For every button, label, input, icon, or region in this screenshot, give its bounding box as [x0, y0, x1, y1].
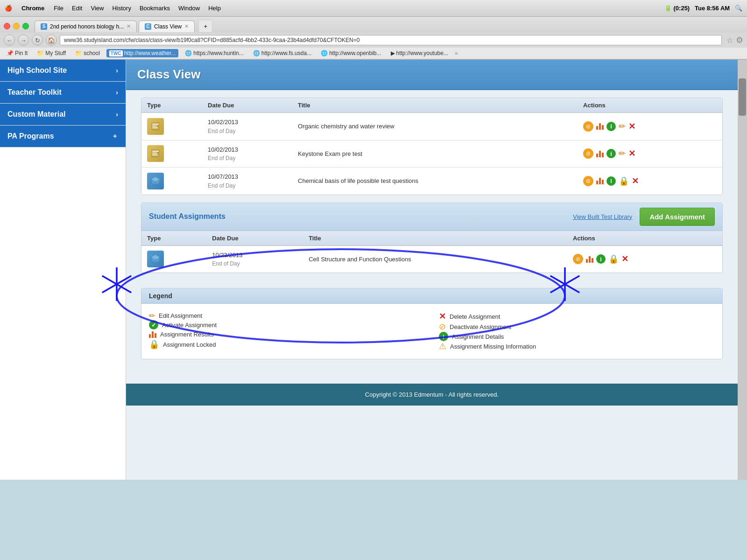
bookmarks-overflow[interactable]: »	[455, 50, 458, 56]
traffic-lights	[4, 23, 29, 29]
twc-logo: TWC	[109, 50, 123, 56]
deactivate-button[interactable]: ⊘	[583, 121, 593, 132]
app-name: Chrome	[21, 5, 44, 12]
bookmark-school[interactable]: 📁 school	[72, 49, 103, 57]
date-value: 10/07/2013	[208, 172, 287, 182]
wrench-icon[interactable]: ⚙	[736, 35, 743, 45]
results-button[interactable]	[596, 121, 604, 131]
edit-button[interactable]: ✏	[619, 121, 626, 132]
home-button[interactable]: 🏠	[46, 35, 57, 46]
student-assignments-table: Type Date Due Title Actions	[141, 231, 722, 273]
tab-close-2[interactable]: ✕	[184, 23, 189, 29]
close-window-button[interactable]	[4, 23, 10, 29]
bookmark-fs-usda[interactable]: 🌐 http://www.fs.usda...	[250, 49, 314, 57]
reload-button[interactable]: ↻	[32, 35, 43, 46]
sidebar-item-custom-material[interactable]: Custom Material ›	[0, 104, 126, 126]
tab-label-1: 2nd period honors biology h...	[50, 23, 124, 30]
results-button[interactable]	[586, 254, 593, 264]
delete-button[interactable]: ✕	[632, 176, 639, 186]
results-button[interactable]	[596, 149, 604, 159]
info-button[interactable]: i	[596, 254, 606, 264]
sidebar-item-label: PA Programs	[7, 132, 54, 140]
quiz-icon-svg	[150, 148, 161, 159]
maximize-window-button[interactable]	[22, 23, 29, 29]
scrollbar[interactable]	[738, 60, 747, 480]
lock-button[interactable]: 🔒	[608, 254, 619, 264]
tab-class-view[interactable]: C Class View ✕	[139, 21, 195, 32]
bookmark-hunting[interactable]: 🌐 https://www.huntin...	[182, 49, 246, 57]
deactivate-button[interactable]: ⊘	[573, 254, 583, 264]
legend-item-results: Assignment Results	[149, 329, 425, 339]
lock-button[interactable]: 🔒	[619, 176, 629, 186]
student-assignments-wrapper: Student Assignments View Built Test Libr…	[126, 203, 738, 288]
title-cell: Chemical basis of life possible test que…	[292, 168, 578, 195]
menu-file[interactable]: File	[54, 5, 63, 12]
add-assignment-button[interactable]: Add Assignment	[640, 208, 715, 226]
teacher-assignments-wrapper: Type Date Due Title Actions	[126, 90, 738, 195]
page-footer: Copyright © 2013 Edmentum - All rights r…	[126, 384, 738, 406]
bookmark-weather[interactable]: TWC http://www.weather...	[106, 49, 179, 57]
menu-history[interactable]: History	[112, 5, 131, 12]
x-legend-icon: ✕	[439, 311, 446, 322]
url-input[interactable]: www36.studyisland.com/cfw/class/class-vi…	[60, 35, 722, 45]
deactivate-button[interactable]: ⊘	[583, 176, 593, 186]
quiz-icon-svg	[150, 121, 161, 132]
col-type: Type	[141, 98, 202, 113]
bookmark-youtube[interactable]: ▶ http://www.youtube...	[388, 49, 451, 57]
forward-button[interactable]: →	[18, 35, 29, 46]
legend-section: Legend ✏ Edit Assignment ✓ Activate Assi…	[141, 288, 723, 359]
menu-help[interactable]: Help	[208, 5, 221, 12]
footer-text: Copyright © 2013 Edmentum - All rights r…	[365, 391, 499, 398]
scrollbar-thumb[interactable]	[739, 78, 746, 116]
checkmark-icon: ✓	[149, 320, 158, 329]
deactivate-button[interactable]: ⊘	[583, 148, 593, 159]
svg-rect-3	[152, 127, 158, 128]
action-group: ⊘ i ✏	[583, 148, 717, 159]
menu-view[interactable]: View	[91, 5, 104, 12]
pencil-icon: ✏	[149, 311, 155, 320]
legend-edit-label: Edit Assignment	[159, 312, 202, 319]
bookmark-pin-it[interactable]: 📌 Pin It	[4, 49, 30, 57]
menu-window[interactable]: Window	[178, 5, 200, 12]
sidebar-item-high-school-site[interactable]: High School Site ›	[0, 60, 126, 82]
svg-rect-1	[152, 124, 159, 125]
legend-results-label: Assignment Results	[160, 331, 214, 338]
type-cell	[141, 168, 202, 195]
svg-rect-7	[152, 154, 158, 155]
chevron-right-icon: ›	[116, 67, 118, 74]
sidebar-item-label: High School Site	[7, 66, 67, 75]
actions-cell: ⊘ i ✏	[578, 113, 722, 140]
legend-item-delete: ✕ Delete Assignment	[439, 311, 715, 322]
actions-cell: ⊘ i ✏	[578, 140, 722, 168]
tab-close-1[interactable]: ✕	[127, 23, 131, 29]
tab-favicon-2: C	[145, 23, 151, 30]
bookmark-my-stuff[interactable]: 📁 My Stuff	[34, 49, 69, 57]
bookmark-openbib[interactable]: 🌐 http://www.openbib...	[318, 49, 384, 57]
minimize-window-button[interactable]	[13, 23, 20, 29]
new-tab-button[interactable]: +	[198, 20, 212, 33]
back-button[interactable]: ←	[4, 35, 15, 46]
legend-item-locked: 🔒 Assignment Locked	[149, 339, 425, 350]
date-cell: 10/23/2013 End of Day	[206, 245, 303, 273]
mac-os-bar: 🍎 Chrome File Edit View History Bookmark…	[0, 0, 747, 17]
info-button[interactable]: i	[606, 176, 616, 186]
sidebar-item-pa-programs[interactable]: PA Programs ＋	[0, 126, 126, 147]
info-button[interactable]: i	[606, 122, 616, 131]
info-button[interactable]: i	[606, 149, 616, 158]
view-built-test-library-link[interactable]: View Built Test Library	[573, 213, 632, 220]
tab-2nd-period[interactable]: S 2nd period honors biology h... ✕	[35, 21, 137, 32]
legend-details-label: Assignment Details	[452, 333, 504, 340]
menu-bookmarks[interactable]: Bookmarks	[140, 5, 170, 12]
delete-button[interactable]: ✕	[628, 121, 635, 132]
bookmark-star-icon[interactable]: ☆	[726, 36, 733, 45]
assignment-type-cube-icon	[147, 251, 164, 267]
table-row: 10/23/2013 End of Day Cell Structure and…	[141, 245, 722, 273]
edit-button[interactable]: ✏	[619, 148, 626, 159]
chevron-right-icon: ›	[116, 89, 118, 96]
svg-rect-6	[152, 153, 157, 154]
menu-edit[interactable]: Edit	[72, 5, 82, 12]
delete-button[interactable]: ✕	[628, 148, 635, 159]
delete-button[interactable]: ✕	[621, 254, 628, 264]
results-button[interactable]	[596, 176, 604, 186]
sidebar-item-teacher-toolkit[interactable]: Teacher Toolkit ›	[0, 82, 126, 104]
